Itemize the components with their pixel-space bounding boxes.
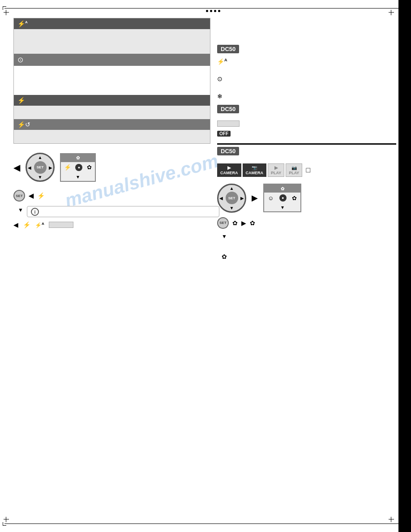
flash-auto-body — [14, 29, 210, 54]
flash-mini-menu: ✿ ⚡ ● ✿ ▾ — [60, 153, 96, 182]
mini-menu2-header: ✿ — [264, 184, 300, 193]
dial-arrows-right: ▲ ▼ ◀ ▶ — [218, 185, 245, 211]
corner-br — [405, 522, 408, 526]
slowsync-icon: ⚡↺ — [17, 121, 30, 128]
flash-mini-menu-right: ✿ ☺ ● ✿ ▾ — [263, 184, 301, 212]
dial-right[interactable]: ▶ — [49, 165, 52, 170]
corner-tl — [3, 6, 6, 10]
section-divider — [217, 143, 396, 145]
sun-option-icon[interactable]: ✿ — [87, 164, 92, 171]
redeye-body — [14, 66, 210, 95]
dc50-section-label: DC50 — [217, 147, 239, 155]
dc50-badge-2: DC50 — [217, 105, 239, 113]
play-photo-button[interactable]: 📷 PLAY — [286, 163, 302, 177]
camera-photo-button[interactable]: 📷 CAMERA — [243, 163, 267, 177]
off-badge: OFF — [217, 131, 231, 137]
flash-icon-step3: ⚡ — [23, 221, 30, 228]
chevron-down-icon[interactable]: ▾ — [77, 174, 79, 180]
bottom-sun-icon: ✿ — [222, 253, 227, 260]
play-icon-step-right: ▶ — [241, 219, 246, 227]
camera-photo-label: CAMERA — [246, 171, 264, 175]
play-video-label: PLAY — [271, 171, 281, 175]
left-column: ⚡A ⊙ ⚡ ⚡↺ ◀ ▲ ▼ ◀ ▶ SET — [13, 18, 210, 262]
step3-block: ◀ ⚡ ⚡A — [13, 221, 210, 228]
dial-right-down[interactable]: ▼ — [230, 206, 234, 210]
dial-left[interactable]: ◀ — [28, 165, 31, 170]
play-photo-icon: 📷 — [291, 165, 297, 170]
cross-bottom-right — [389, 517, 394, 522]
header-dots — [206, 10, 220, 12]
right-sidebar — [398, 0, 411, 532]
dot4 — [218, 10, 220, 12]
smile-option-icon[interactable]: ☺ — [268, 195, 274, 202]
flash-auto-icon-step3: ⚡A — [35, 222, 44, 228]
step1-block: SET ◀ ⚡ — [13, 190, 210, 202]
control-dial-right[interactable]: ▲ ▼ ◀ ▶ SET — [217, 184, 246, 213]
dial-section-right: ▲ ▼ ◀ ▶ SET ▶ ✿ ☺ ● ✿ ▾ — [217, 184, 396, 213]
selected-option-dot2[interactable]: ● — [279, 194, 287, 202]
mini-menu-header: ✿ — [61, 154, 95, 162]
info-box: i — [27, 206, 219, 217]
play-video-button[interactable]: ▶ PLAY — [268, 163, 284, 177]
camera-photo-icon: 📷 — [252, 165, 257, 170]
sun-option-icon2[interactable]: ✿ — [292, 195, 297, 202]
selected-option-dot[interactable]: ● — [75, 164, 82, 171]
dot3 — [214, 10, 216, 12]
flash-option-icon[interactable]: ⚡ — [64, 164, 71, 171]
cross-right — [389, 10, 394, 15]
dial-right-right[interactable]: ▶ — [240, 196, 244, 201]
dial-arrows: ▲ ▼ ◀ ▶ — [27, 154, 53, 180]
set-button-step1[interactable]: SET — [13, 190, 25, 202]
down-arrow-step-right: ▼ — [222, 233, 227, 240]
blank-label-right — [217, 120, 396, 128]
corner-tr — [405, 6, 408, 10]
right-intro-text: ⚡A ⊙ ❄ — [217, 57, 396, 101]
flash-icon-step1a: ◀ — [29, 192, 34, 199]
camera-video-icon: ▶ — [227, 165, 231, 170]
snowflake-right-icon: ❄ — [217, 93, 223, 100]
nav-arrow-right[interactable]: ▶ — [252, 193, 258, 203]
redeye-right-icon: ⊙ — [217, 75, 223, 82]
nav-arrow-left[interactable]: ◀ — [13, 162, 20, 173]
dial-right-left[interactable]: ◀ — [219, 196, 223, 201]
flash-on-header: ⚡ — [14, 95, 210, 106]
mode-buttons-row: ▶ CAMERA 📷 CAMERA ▶ PLAY 📷 PLAY □ — [217, 163, 396, 177]
dial-down[interactable]: ▼ — [38, 175, 43, 180]
dial-up[interactable]: ▲ — [38, 155, 43, 160]
flash-menu-table: ⚡A ⊙ ⚡ ⚡↺ — [13, 18, 210, 144]
step-sun-right: ▼ — [222, 233, 396, 240]
down-arrow-step2: ▼ — [18, 207, 23, 213]
mini-menu2-row: ☺ ● ✿ — [264, 193, 300, 203]
camera-video-button[interactable]: ▶ CAMERA — [217, 163, 241, 177]
slowsync-header: ⚡↺ — [14, 119, 210, 130]
right-column: DC50 ⚡A ⊙ ❄ DC50 OFF DC50 ▶ CAMERA 📷 CAM… — [217, 45, 396, 260]
chevron-down-icon2[interactable]: ▾ — [281, 204, 284, 210]
mini-menu2-footer: ▾ — [264, 203, 300, 211]
blank-label-box — [217, 120, 240, 127]
redeye-icon: ⊙ — [17, 56, 23, 64]
info-text — [41, 209, 42, 214]
info-icon: i — [31, 208, 39, 216]
off-badge-row: OFF — [217, 130, 396, 137]
set-button-step-right[interactable]: SET — [217, 217, 229, 229]
flash-on-body — [14, 106, 210, 119]
sun-icon-step-right1: ✿ — [232, 219, 238, 227]
step-set-right: SET ✿ ▶ ✿ — [217, 217, 396, 229]
dial-right-up[interactable]: ▲ — [230, 186, 234, 191]
mini-menu-footer: ▾ — [61, 173, 95, 181]
dot1 — [206, 10, 208, 12]
sun-icon-step-right2: ✿ — [250, 219, 255, 227]
blank-label — [49, 222, 73, 228]
book-icon: □ — [306, 166, 310, 174]
dot2 — [210, 10, 212, 12]
camera-video-label: CAMERA — [220, 171, 238, 175]
flash-on-icon: ⚡ — [17, 97, 25, 104]
mini-menu-row: ⚡ ● ✿ — [61, 162, 95, 173]
dc50-badge-top: DC50 — [217, 45, 239, 53]
bottom-sun-block: ✿ — [222, 253, 396, 260]
control-dial-left[interactable]: ▲ ▼ ◀ ▶ SET — [26, 153, 55, 182]
redeye-header: ⊙ — [14, 54, 210, 66]
cross-left — [4, 10, 9, 15]
page-border-bottom — [4, 523, 407, 524]
slowsync-body — [14, 130, 210, 143]
